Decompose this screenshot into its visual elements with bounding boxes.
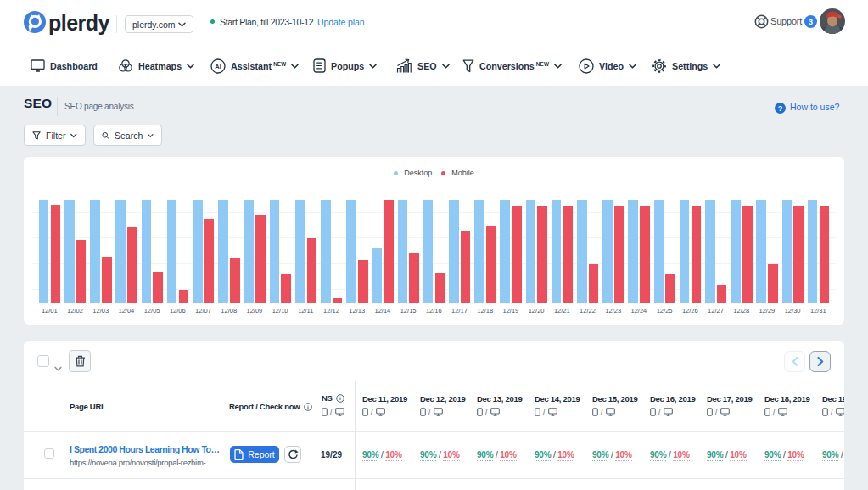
svg-text:?: ? xyxy=(778,103,783,112)
svg-text:AI: AI xyxy=(215,63,221,70)
